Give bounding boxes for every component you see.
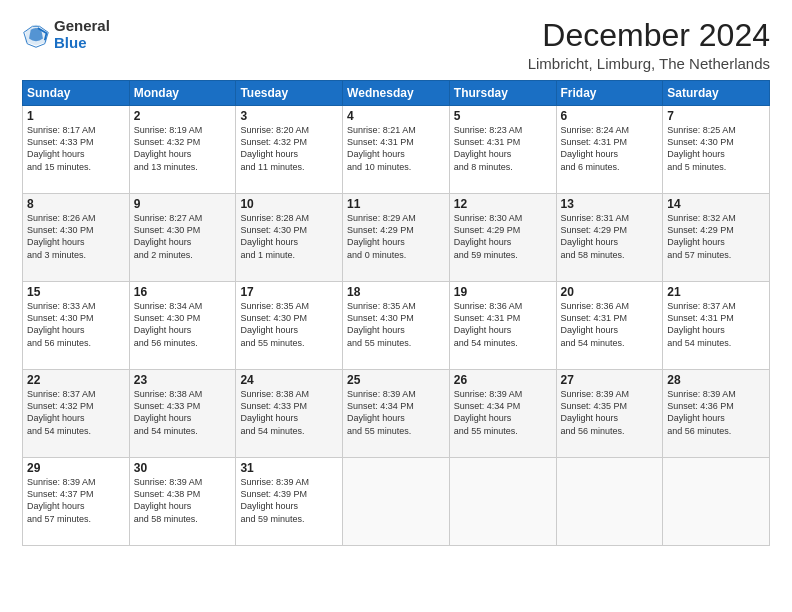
day-number: 11: [347, 197, 445, 211]
col-friday: Friday: [556, 81, 663, 106]
day-info: Sunrise: 8:39 AMSunset: 4:39 PMDaylight …: [240, 476, 338, 525]
table-cell: 16Sunrise: 8:34 AMSunset: 4:30 PMDayligh…: [129, 282, 236, 370]
day-info: Sunrise: 8:39 AMSunset: 4:35 PMDaylight …: [561, 388, 659, 437]
day-number: 8: [27, 197, 125, 211]
day-number: 10: [240, 197, 338, 211]
col-wednesday: Wednesday: [343, 81, 450, 106]
day-info: Sunrise: 8:29 AMSunset: 4:29 PMDaylight …: [347, 212, 445, 261]
day-info: Sunrise: 8:31 AMSunset: 4:29 PMDaylight …: [561, 212, 659, 261]
col-thursday: Thursday: [449, 81, 556, 106]
day-number: 9: [134, 197, 232, 211]
day-number: 15: [27, 285, 125, 299]
day-number: 20: [561, 285, 659, 299]
day-number: 31: [240, 461, 338, 475]
day-number: 14: [667, 197, 765, 211]
day-number: 6: [561, 109, 659, 123]
day-number: 28: [667, 373, 765, 387]
day-info: Sunrise: 8:25 AMSunset: 4:30 PMDaylight …: [667, 124, 765, 173]
day-info: Sunrise: 8:24 AMSunset: 4:31 PMDaylight …: [561, 124, 659, 173]
day-info: Sunrise: 8:39 AMSunset: 4:34 PMDaylight …: [454, 388, 552, 437]
table-cell: 15Sunrise: 8:33 AMSunset: 4:30 PMDayligh…: [23, 282, 130, 370]
table-cell: 1Sunrise: 8:17 AMSunset: 4:33 PMDaylight…: [23, 106, 130, 194]
col-saturday: Saturday: [663, 81, 770, 106]
table-cell: 8Sunrise: 8:26 AMSunset: 4:30 PMDaylight…: [23, 194, 130, 282]
table-cell: 3Sunrise: 8:20 AMSunset: 4:32 PMDaylight…: [236, 106, 343, 194]
col-sunday: Sunday: [23, 81, 130, 106]
calendar-header: Sunday Monday Tuesday Wednesday Thursday…: [23, 81, 770, 106]
header-row: Sunday Monday Tuesday Wednesday Thursday…: [23, 81, 770, 106]
day-number: 30: [134, 461, 232, 475]
day-number: 18: [347, 285, 445, 299]
table-cell: 18Sunrise: 8:35 AMSunset: 4:30 PMDayligh…: [343, 282, 450, 370]
table-cell: 17Sunrise: 8:35 AMSunset: 4:30 PMDayligh…: [236, 282, 343, 370]
table-cell: 20Sunrise: 8:36 AMSunset: 4:31 PMDayligh…: [556, 282, 663, 370]
day-number: 21: [667, 285, 765, 299]
day-number: 2: [134, 109, 232, 123]
day-info: Sunrise: 8:27 AMSunset: 4:30 PMDaylight …: [134, 212, 232, 261]
logo-text: General Blue: [54, 18, 110, 51]
table-cell: 22Sunrise: 8:37 AMSunset: 4:32 PMDayligh…: [23, 370, 130, 458]
page: General Blue December 2024 Limbricht, Li…: [0, 0, 792, 612]
day-number: 22: [27, 373, 125, 387]
day-info: Sunrise: 8:37 AMSunset: 4:32 PMDaylight …: [27, 388, 125, 437]
table-cell: 5Sunrise: 8:23 AMSunset: 4:31 PMDaylight…: [449, 106, 556, 194]
calendar-body: 1Sunrise: 8:17 AMSunset: 4:33 PMDaylight…: [23, 106, 770, 546]
subtitle: Limbricht, Limburg, The Netherlands: [528, 55, 770, 72]
table-cell: 24Sunrise: 8:38 AMSunset: 4:33 PMDayligh…: [236, 370, 343, 458]
day-info: Sunrise: 8:35 AMSunset: 4:30 PMDaylight …: [347, 300, 445, 349]
table-cell: 13Sunrise: 8:31 AMSunset: 4:29 PMDayligh…: [556, 194, 663, 282]
table-cell: 14Sunrise: 8:32 AMSunset: 4:29 PMDayligh…: [663, 194, 770, 282]
day-info: Sunrise: 8:30 AMSunset: 4:29 PMDaylight …: [454, 212, 552, 261]
day-number: 12: [454, 197, 552, 211]
table-cell: 12Sunrise: 8:30 AMSunset: 4:29 PMDayligh…: [449, 194, 556, 282]
day-number: 13: [561, 197, 659, 211]
day-info: Sunrise: 8:36 AMSunset: 4:31 PMDaylight …: [454, 300, 552, 349]
day-number: 5: [454, 109, 552, 123]
table-cell: 30Sunrise: 8:39 AMSunset: 4:38 PMDayligh…: [129, 458, 236, 546]
logo-blue-text: Blue: [54, 35, 110, 52]
table-cell: 23Sunrise: 8:38 AMSunset: 4:33 PMDayligh…: [129, 370, 236, 458]
col-tuesday: Tuesday: [236, 81, 343, 106]
day-number: 26: [454, 373, 552, 387]
main-title: December 2024: [528, 18, 770, 53]
table-cell: 29Sunrise: 8:39 AMSunset: 4:37 PMDayligh…: [23, 458, 130, 546]
day-number: 24: [240, 373, 338, 387]
day-info: Sunrise: 8:33 AMSunset: 4:30 PMDaylight …: [27, 300, 125, 349]
col-monday: Monday: [129, 81, 236, 106]
header: General Blue December 2024 Limbricht, Li…: [22, 18, 770, 72]
day-info: Sunrise: 8:39 AMSunset: 4:36 PMDaylight …: [667, 388, 765, 437]
table-cell: 21Sunrise: 8:37 AMSunset: 4:31 PMDayligh…: [663, 282, 770, 370]
table-cell: 10Sunrise: 8:28 AMSunset: 4:30 PMDayligh…: [236, 194, 343, 282]
table-cell: [449, 458, 556, 546]
table-cell: 2Sunrise: 8:19 AMSunset: 4:32 PMDaylight…: [129, 106, 236, 194]
day-info: Sunrise: 8:17 AMSunset: 4:33 PMDaylight …: [27, 124, 125, 173]
table-cell: 25Sunrise: 8:39 AMSunset: 4:34 PMDayligh…: [343, 370, 450, 458]
day-number: 4: [347, 109, 445, 123]
day-info: Sunrise: 8:19 AMSunset: 4:32 PMDaylight …: [134, 124, 232, 173]
day-info: Sunrise: 8:35 AMSunset: 4:30 PMDaylight …: [240, 300, 338, 349]
day-number: 29: [27, 461, 125, 475]
day-info: Sunrise: 8:39 AMSunset: 4:34 PMDaylight …: [347, 388, 445, 437]
day-info: Sunrise: 8:37 AMSunset: 4:31 PMDaylight …: [667, 300, 765, 349]
day-info: Sunrise: 8:34 AMSunset: 4:30 PMDaylight …: [134, 300, 232, 349]
day-info: Sunrise: 8:28 AMSunset: 4:30 PMDaylight …: [240, 212, 338, 261]
day-number: 16: [134, 285, 232, 299]
logo: General Blue: [22, 18, 110, 51]
day-info: Sunrise: 8:38 AMSunset: 4:33 PMDaylight …: [134, 388, 232, 437]
table-cell: 7Sunrise: 8:25 AMSunset: 4:30 PMDaylight…: [663, 106, 770, 194]
day-info: Sunrise: 8:21 AMSunset: 4:31 PMDaylight …: [347, 124, 445, 173]
table-cell: 28Sunrise: 8:39 AMSunset: 4:36 PMDayligh…: [663, 370, 770, 458]
table-cell: [343, 458, 450, 546]
day-info: Sunrise: 8:39 AMSunset: 4:37 PMDaylight …: [27, 476, 125, 525]
logo-general-text: General: [54, 18, 110, 35]
day-info: Sunrise: 8:38 AMSunset: 4:33 PMDaylight …: [240, 388, 338, 437]
day-number: 19: [454, 285, 552, 299]
day-number: 25: [347, 373, 445, 387]
day-number: 3: [240, 109, 338, 123]
title-block: December 2024 Limbricht, Limburg, The Ne…: [528, 18, 770, 72]
table-cell: 4Sunrise: 8:21 AMSunset: 4:31 PMDaylight…: [343, 106, 450, 194]
table-cell: 6Sunrise: 8:24 AMSunset: 4:31 PMDaylight…: [556, 106, 663, 194]
logo-icon: [22, 21, 50, 49]
day-number: 7: [667, 109, 765, 123]
table-cell: 31Sunrise: 8:39 AMSunset: 4:39 PMDayligh…: [236, 458, 343, 546]
